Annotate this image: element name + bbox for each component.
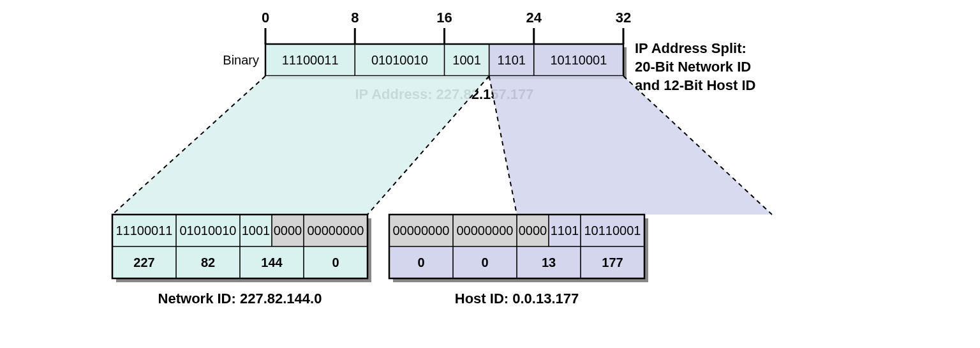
networkid-table: 11100011 01010010 1001 0000 00000000 227… <box>112 215 371 282</box>
net-dec-b: 82 <box>201 255 215 269</box>
host-dec-d: 177 <box>602 255 623 269</box>
networkid-label: Network ID: 227.82.144.0 <box>158 291 322 306</box>
binary-label: Binary <box>223 53 259 67</box>
host-funnel <box>489 76 772 215</box>
net-bin-a: 11100011 <box>116 223 173 238</box>
top-bin-d: 10110001 <box>550 53 607 67</box>
tick-32: 32 <box>616 10 631 26</box>
hostid-table: 00000000 00000000 0000 1101 10110001 0 0… <box>389 215 648 282</box>
tick-0: 0 <box>262 10 269 26</box>
side-title: IP Address Split: 20-Bit Network ID and … <box>635 40 755 93</box>
net-bin-c2: 0000 <box>274 223 302 238</box>
net-dec-d: 0 <box>332 255 339 269</box>
host-bin-b: 00000000 <box>457 223 514 238</box>
top-box: 0 8 16 24 32 Binary 11100011 01010010 10… <box>223 10 631 79</box>
side-line2: 20-Bit Network ID <box>635 59 751 75</box>
host-bin-a: 00000000 <box>393 223 450 238</box>
host-dec-a: 0 <box>417 255 424 269</box>
bit-ruler: 0 8 16 24 32 <box>262 10 631 44</box>
tick-16: 16 <box>436 10 452 26</box>
top-bin-c1: 1001 <box>452 53 481 67</box>
net-dec-a: 227 <box>133 255 154 269</box>
top-bin-a: 11100011 <box>282 53 339 67</box>
net-bin-b: 01010010 <box>180 223 237 238</box>
net-funnel <box>112 76 489 215</box>
top-bin-b: 01010010 <box>371 53 428 67</box>
host-bin-c2: 1101 <box>551 223 579 238</box>
net-bin-c1: 1001 <box>242 223 271 238</box>
tick-24: 24 <box>526 10 542 26</box>
side-line1: IP Address Split: <box>635 40 746 56</box>
net-dec-c: 144 <box>261 255 283 269</box>
tick-8: 8 <box>351 10 359 26</box>
host-bin-d: 10110001 <box>584 223 641 238</box>
net-bin-d: 00000000 <box>308 223 364 238</box>
host-dec-b: 0 <box>481 255 488 269</box>
host-bin-c1: 0000 <box>519 223 547 238</box>
hostid-label: Host ID: 0.0.13.177 <box>455 291 579 306</box>
top-bin-c2: 1101 <box>497 53 526 67</box>
ip-split-diagram: 0 8 16 24 32 Binary 11100011 01010010 10… <box>0 0 980 348</box>
side-line3: and 12-Bit Host ID <box>635 77 755 93</box>
host-dec-c: 13 <box>542 255 556 269</box>
